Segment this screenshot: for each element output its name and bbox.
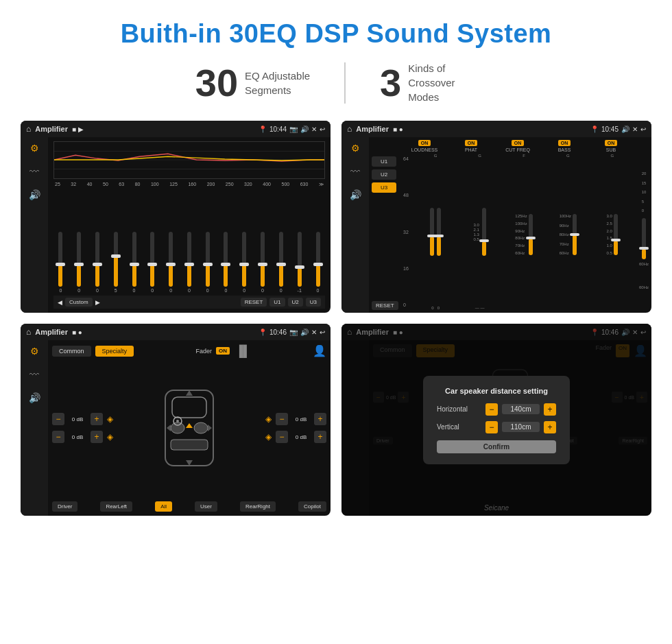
eq-play-icon[interactable]: ▶ — [95, 299, 100, 306]
phat-on-btn[interactable]: ON — [465, 140, 478, 146]
vertical-plus-btn[interactable]: + — [544, 421, 556, 433]
spk-main: Common Specialty Fader ON ▐▌ 👤 − 0 dB + — [48, 340, 331, 516]
eq-slider-4[interactable]: 5 — [114, 232, 118, 293]
stat-crossover: 3 Kinds ofCrossover Modes — [346, 61, 511, 104]
fader-on-btn[interactable]: ON — [216, 347, 230, 355]
spk-rr-minus[interactable]: − — [276, 431, 288, 443]
eq-slider-10[interactable]: 0 — [224, 232, 228, 293]
eq-prev-icon[interactable]: ◀ — [58, 299, 62, 306]
horizontal-minus-btn[interactable]: − — [485, 403, 498, 416]
topbar-spk-title: Amplifier — [35, 328, 68, 336]
loudness-on-btn[interactable]: ON — [418, 140, 431, 146]
eq-slider-15[interactable]: 0 — [316, 232, 320, 293]
eq-slider-12[interactable]: 0 — [261, 232, 265, 293]
rear-right-btn[interactable]: RearRight — [240, 501, 276, 512]
svg-point-6 — [171, 422, 184, 433]
xover-u3-btn[interactable]: U3 — [372, 182, 396, 193]
close-icon-spk[interactable]: ✕ — [311, 329, 317, 336]
eq-slider-14[interactable]: -1 — [298, 232, 302, 293]
spk-rr-plus[interactable]: + — [314, 431, 326, 443]
back-icon-spk[interactable]: ↩ — [320, 329, 325, 336]
vertical-value: 110cm — [502, 422, 540, 432]
cutfreq-on-btn[interactable]: ON — [512, 140, 525, 146]
spk-db-row-3: ◈ − 0 dB + — [265, 413, 326, 425]
sub-sliders: G 3.02.52.01.51.00.5 — [591, 154, 634, 310]
spk-rl-minus[interactable]: − — [52, 431, 64, 443]
confirm-button[interactable]: Confirm — [437, 440, 556, 453]
spk-fl-minus[interactable]: − — [52, 413, 64, 425]
home-icon[interactable]: ⌂ — [26, 124, 31, 134]
bass-slider[interactable] — [573, 214, 577, 255]
loudness-slider-2[interactable] — [437, 208, 441, 256]
spk-fr-minus[interactable]: − — [276, 413, 288, 425]
distance-dialog: Car speaker distance setting Horizontal … — [423, 376, 570, 464]
sub-slider[interactable] — [614, 214, 618, 255]
spk-fr-icon: ◈ — [265, 414, 272, 424]
horizontal-plus-btn[interactable]: + — [544, 403, 556, 416]
phat-slider[interactable] — [482, 208, 486, 256]
home-icon-spk[interactable]: ⌂ — [26, 327, 31, 337]
user-profile-icon[interactable]: 👤 — [313, 344, 326, 357]
common-tab[interactable]: Common — [52, 346, 91, 357]
spk-top-row: Common Specialty Fader ON ▐▌ 👤 — [52, 344, 326, 357]
spk-fr-plus[interactable]: + — [314, 413, 326, 425]
eq-speaker-icon[interactable]: 🔊 — [29, 189, 40, 200]
eq-reset-btn[interactable]: RESET — [241, 298, 267, 307]
loudness-label: LOUDNESS — [411, 147, 438, 152]
xover-body: ⚙ 〰 🔊 U1 U2 U3 RESET ON LOUDNESS — [341, 137, 651, 313]
spk-fr-db: 0 dB — [291, 416, 311, 422]
volume-icon-spk: 🔊 — [300, 329, 309, 336]
sub-right-slider[interactable] — [642, 218, 646, 259]
xover-spk-icon[interactable]: 🔊 — [350, 189, 361, 200]
eq-slider-7[interactable]: 0 — [169, 232, 173, 293]
sub-on-btn[interactable]: ON — [605, 140, 618, 146]
eq-u2-btn[interactable]: U2 — [288, 298, 303, 307]
eq-slider-8[interactable]: 0 — [187, 232, 191, 293]
eq-slider-13[interactable]: 0 — [279, 232, 283, 293]
user-btn[interactable]: User — [195, 501, 217, 512]
home-icon-xover[interactable]: ⌂ — [347, 124, 352, 134]
loudness-slider-1[interactable] — [430, 208, 434, 256]
cutfreq-slider[interactable] — [529, 214, 533, 255]
xover-reset-btn[interactable]: RESET — [372, 301, 398, 310]
back-icon-xover[interactable]: ↩ — [640, 126, 646, 133]
bass-on-btn[interactable]: ON — [558, 140, 571, 146]
spk-balance-area: − 0 dB + ◈ − 0 dB + ◈ — [52, 360, 326, 496]
driver-btn[interactable]: Driver — [52, 501, 77, 512]
screen-crossover: ⌂ Amplifier ■ ● 📍 10:45 🔊 ✕ ↩ ⚙ 〰 🔊 U1 U… — [341, 121, 651, 313]
eq-slider-5[interactable]: 0 — [132, 232, 136, 293]
spk-rl-plus[interactable]: + — [91, 431, 103, 443]
dialog-overlay: Car speaker distance setting Horizontal … — [341, 324, 651, 516]
xover-tune-icon[interactable]: ⚙ — [351, 143, 360, 154]
vertical-minus-btn[interactable]: − — [485, 421, 498, 433]
eq-slider-3[interactable]: 0 — [95, 232, 99, 293]
spk-fl-plus[interactable]: + — [91, 413, 103, 425]
spk-wave-icon[interactable]: 〰 — [29, 369, 39, 380]
eq-slider-6[interactable]: 0 — [150, 232, 154, 293]
xover-u1-btn[interactable]: U1 — [372, 156, 396, 167]
rear-left-btn[interactable]: RearLeft — [100, 501, 132, 512]
stat-eq-number: 30 — [195, 64, 238, 102]
all-btn[interactable]: All — [155, 501, 172, 512]
eq-slider-1[interactable]: 0 — [58, 232, 62, 293]
copilot-btn[interactable]: Copilot — [298, 501, 326, 512]
eq-custom-btn[interactable]: Custom — [65, 298, 93, 307]
xover-u2-btn[interactable]: U2 — [372, 169, 396, 180]
spk-tune-icon[interactable]: ⚙ — [30, 346, 39, 357]
spk-speaker-icon[interactable]: 🔊 — [29, 392, 40, 403]
eq-u3-btn[interactable]: U3 — [306, 298, 321, 307]
screens-grid: ⌂ Amplifier ■ ▶ 📍 10:44 📷 🔊 ✕ ↩ ⚙ 〰 🔊 — [0, 121, 672, 516]
specialty-tab[interactable]: Specialty — [95, 346, 134, 357]
eq-slider-11[interactable]: 0 — [242, 232, 246, 293]
back-icon[interactable]: ↩ — [320, 126, 325, 133]
eq-u1-btn[interactable]: U1 — [269, 298, 285, 307]
eq-wave-icon[interactable]: 〰 — [29, 166, 39, 177]
eq-tune-icon[interactable]: ⚙ — [30, 143, 39, 154]
xover-bass-band: ON BASS — [542, 140, 587, 152]
close-icon[interactable]: ✕ — [311, 126, 317, 133]
xover-wave-icon[interactable]: 〰 — [350, 166, 360, 177]
eq-slider-9[interactable]: 0 — [206, 232, 210, 293]
close-icon-xover[interactable]: ✕ — [632, 126, 638, 133]
car-diagram-area — [117, 383, 261, 473]
eq-slider-2[interactable]: 0 — [77, 232, 81, 293]
